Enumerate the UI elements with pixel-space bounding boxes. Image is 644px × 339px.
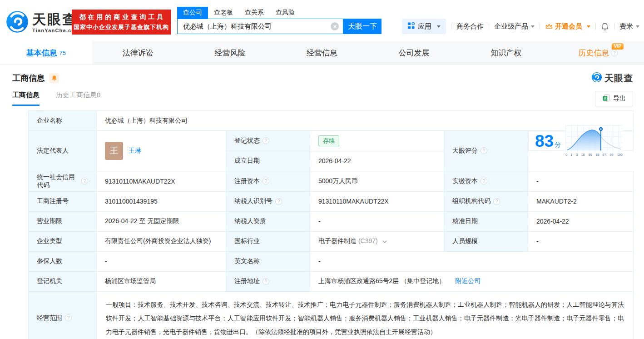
crown-icon [545,23,553,30]
table-row: 法定代表人 王 王琳 登记状态 ? 存续 天眼评分 ? 83分 [29,131,634,151]
status-badge: 存续 [318,135,339,146]
reg-authority-value: 杨浦区市场监管局 [97,271,226,291]
help-icon[interactable]: ? [65,314,72,321]
chevron-down-icon [636,25,639,28]
search-tabs: 查公司 查老板 查关系 查风险 [177,7,381,19]
score-number: 83 [535,132,554,150]
open-vip-link[interactable]: 开通会员 [545,22,590,31]
tab-operation-info[interactable]: 经营信息 [276,41,368,65]
reg-number-value: 310110001439195 [97,191,226,211]
legal-rep-label: 法定代表人 [29,131,97,171]
reg-capital-label: 注册资本 ? [226,171,310,191]
section-title: 工商信息 [12,73,45,84]
search-tab-boss[interactable]: 查老板 [208,7,239,19]
search-tab-company[interactable]: 查公司 [177,7,208,19]
tianyancha-swirl-icon [5,10,29,35]
vip-badge: VIP [612,43,624,50]
menu-divider [614,23,614,30]
tianyancha-logo[interactable]: 天眼查 TianYanCha.com [5,10,80,35]
company-nav-tabs: 基本信息 75 法律诉讼 经营风险 经营信息 公司发展 知识产权 历史信息 ? … [0,41,644,65]
menu-divider [489,23,489,30]
subtab-history-business-info[interactable]: 历史工商信息0 [56,91,100,105]
business-scope-label: 经营范围 ? [29,291,97,339]
legal-rep-avatar[interactable]: 王 [105,142,123,160]
help-icon[interactable]: ? [481,178,487,184]
english-name-value: - [310,251,634,271]
search-input[interactable] [177,19,343,34]
industry-label: 国标行业 [226,231,310,251]
clear-search-icon[interactable] [331,22,339,30]
help-icon[interactable]: ? [263,278,269,285]
slogan-banner: 都在用的商业查询工具 国家中小企业发展子基金旗下机构 [72,10,171,35]
nearby-companies-link[interactable]: 附近公司 [455,277,481,284]
approval-date-value: 2026-04-22 [528,211,634,231]
paid-capital-value: - [528,171,634,191]
reg-address-label: 注册地址 ? [226,271,310,291]
reg-address-text: 上海市杨浦区政通路65号2层 （集中登记地） [318,277,445,284]
search-tab-risk[interactable]: 查风险 [270,7,301,19]
taxpayer-quality-label: 纳税人资质 [226,211,310,231]
staff-size-label: 人员规模 [444,231,528,251]
enterprise-products-link[interactable]: 企业级产品 [494,22,535,31]
industry-name: 电子器件制造 [318,237,357,244]
help-icon[interactable]: ? [481,147,487,154]
credit-code-label: 统一社会信用代码 ? [29,171,97,191]
reg-capital-value: 5000万人民币 [310,171,444,191]
tab-operation-risk[interactable]: 经营风险 [184,41,276,65]
tab-basic-info-label: 基本信息 [26,48,57,58]
approval-date-label: 核准日期 [444,211,528,231]
tab-intellectual-property[interactable]: 知识产权 [460,41,552,65]
subtab-business-info[interactable]: 工商信息 [12,91,40,106]
tab-company-development[interactable]: 公司发展 [368,41,460,65]
apps-label: 应用 [418,22,431,31]
search-button[interactable]: 天眼一下 [343,19,381,34]
notification-bell-icon[interactable] [601,22,609,31]
company-name-label: 企业名称 [29,111,97,131]
tab-legal-proceedings[interactable]: 法律诉讼 [92,41,184,65]
taxpayer-quality-value: - [310,211,444,231]
help-icon[interactable]: ? [611,50,618,56]
business-term-value: 2026-04-22 至 无固定期限 [97,211,226,231]
help-icon[interactable]: ? [493,198,500,205]
user-menu[interactable]: 费米 [619,22,639,31]
table-row: 统一社会信用代码 ? 91310110MAKAUDT22X 注册资本 ? 500… [29,171,634,191]
est-date-value: 2026-04-22 [310,151,444,171]
watermark-label: 天眼查 [604,72,633,85]
apps-menu-button[interactable]: 应用 [402,19,446,34]
staff-size-value: - [528,231,634,251]
legal-rep-cell: 王 王琳 [97,131,226,171]
help-icon[interactable]: ? [81,178,88,184]
org-code-value: MAKAUDT2-2 [528,191,634,211]
tab-history-info[interactable]: 历史信息 ? VIP [552,41,644,65]
score-value-cell: 83分 01 [528,131,634,151]
business-cooperation-link[interactable]: 商务合作 [456,22,484,31]
apps-grid-icon [407,22,415,31]
chevron-down-icon [531,25,535,28]
credit-code-value: 91310110MAKAUDT22X [97,171,226,191]
tianyancha-swirl-icon [591,72,602,85]
export-button[interactable]: 导出 [595,91,633,106]
help-icon[interactable]: ? [263,178,269,184]
username-label: 费米 [619,22,633,31]
tab-basic-info[interactable]: 基本信息 75 [0,41,92,65]
industry-value: 电子器件制造 (C397) [310,231,444,251]
business-term-label: 营业期限 [29,211,97,231]
search-tab-relation[interactable]: 查关系 [239,7,270,19]
score-distribution-chart: 01 315 5085 9799 100 [565,125,624,157]
company-type-value: 有限责任公司(外商投资企业法人独资) [97,231,226,251]
legal-rep-name-link[interactable]: 王琳 [129,147,141,155]
tab-basic-info-count: 75 [59,50,66,56]
table-row: 参保人数 - 英文名称 - [29,251,634,271]
est-date-label: 成立日期 [226,151,310,171]
help-icon[interactable]: ? [275,198,282,205]
search-block: 查公司 查老板 查关系 查风险 天眼一下 [177,7,381,34]
help-icon[interactable]: ? [263,137,269,144]
table-row: 工商注册号 310110001439195 纳税人识别号 ? 91310110M… [29,191,634,211]
subscribe-bell-icon[interactable] [49,73,59,83]
table-row: 营业期限 2026-04-22 至 无固定期限 纳税人资质 - 核准日期 202… [29,211,634,231]
business-info-table: 企业名称 优必城（上海）科技有限公司 法定代表人 王 王琳 登记状态 ? 存续 … [28,110,634,339]
menu-divider [595,23,596,30]
excel-icon [602,94,610,103]
chevron-down-icon[interactable] [382,237,387,244]
reg-address-value: 上海市杨浦区政通路65号2层 （集中登记地） 附近公司 [310,271,634,291]
